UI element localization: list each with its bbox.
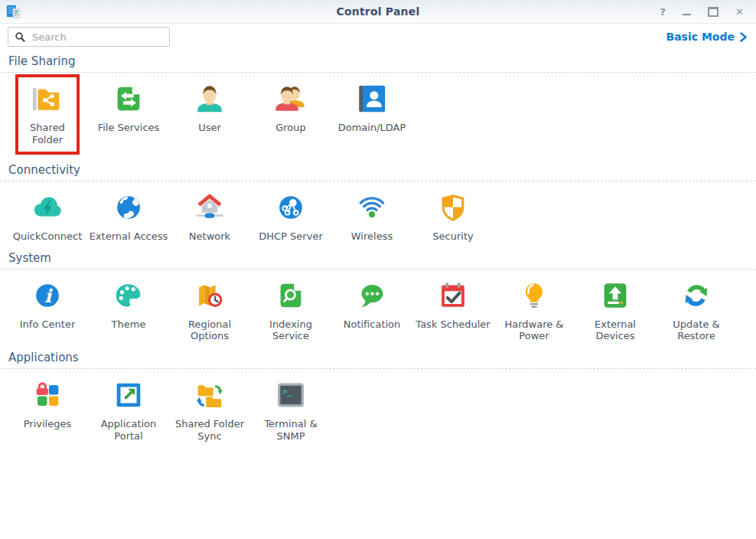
control-panel-item-file-services[interactable]: File Services (88, 81, 169, 134)
indexing-service-icon (273, 278, 308, 313)
search-box[interactable] (8, 27, 170, 47)
terminal-snmp-icon: >_ (273, 377, 308, 413)
control-panel-item-application-portal[interactable]: Application Portal (88, 377, 169, 443)
item-body: Regional Options (188, 278, 231, 343)
network-icon (192, 190, 227, 225)
control-panel-item-user[interactable]: User (169, 81, 250, 134)
section-items-row: PrivilegesApplication PortalShared Folde… (0, 369, 756, 446)
item-body: Indexing Service (269, 278, 312, 343)
section-items-row: Shared FolderFile ServicesUserGroupDomai… (0, 73, 756, 158)
item-body: File Services (98, 81, 160, 134)
domain-ldap-icon (354, 81, 389, 116)
control-panel-item-security[interactable]: Security (412, 190, 494, 243)
security-icon (435, 190, 471, 225)
item-body: Application Portal (101, 377, 157, 443)
sections: File SharingShared FolderFile ServicesUs… (0, 54, 756, 446)
section-items-row: iInfo CenterThemeRegional OptionsIndexin… (0, 270, 756, 347)
close-icon[interactable]: ✕ (735, 6, 744, 17)
item-body: QuickConnect (13, 190, 83, 243)
item-label: Wireless (351, 230, 393, 243)
item-label: Privileges (24, 418, 72, 430)
section-header: System (0, 251, 756, 270)
control-panel-item-quickconnect[interactable]: QuickConnect (7, 190, 88, 243)
control-panel-item-hardware-power[interactable]: Hardware & Power (494, 278, 575, 343)
search-input[interactable] (31, 31, 169, 44)
shared-folder-icon (30, 81, 65, 116)
section-connectivity: ConnectivityQuickConnectExternal AccessN… (0, 163, 756, 247)
control-panel-item-terminal-snmp[interactable]: >_Terminal & SNMP (250, 377, 331, 443)
minimize-icon[interactable] (683, 14, 691, 15)
item-body: Shared Folder Sync (175, 377, 244, 443)
control-panel-item-indexing-service[interactable]: Indexing Service (250, 278, 331, 343)
highlight-box: Shared Folder (15, 74, 80, 155)
maximize-icon[interactable] (708, 7, 719, 17)
notification-icon (354, 278, 389, 313)
item-label: Info Center (20, 318, 76, 331)
control-panel-item-update-restore[interactable]: Update & Restore (656, 278, 737, 343)
control-panel-item-domain-ldap[interactable]: Domain/LDAP (331, 81, 412, 134)
item-body: Privileges (24, 377, 72, 430)
section-system: SystemiInfo CenterThemeRegional OptionsI… (0, 251, 756, 347)
item-label: Domain/LDAP (338, 122, 406, 134)
application-portal-icon (111, 377, 146, 413)
dhcp-server-icon (273, 190, 308, 225)
item-body: iInfo Center (20, 278, 76, 331)
item-body: External Devices (595, 278, 636, 343)
titlebar: Control Panel ? ✕ (0, 0, 756, 24)
control-panel-item-shared-folder-sync[interactable]: Shared Folder Sync (169, 377, 250, 443)
item-label: Terminal & SNMP (264, 418, 317, 443)
quickconnect-icon (30, 190, 65, 225)
control-panel-item-dhcp-server[interactable]: DHCP Server (250, 190, 331, 243)
control-panel-item-notification[interactable]: Notification (331, 278, 412, 331)
regional-options-icon (192, 278, 227, 313)
control-panel-item-network[interactable]: Network (169, 190, 250, 243)
control-panel-item-regional-options[interactable]: Regional Options (169, 278, 250, 343)
control-panel-item-task-scheduler[interactable]: Task Scheduler (412, 278, 494, 331)
control-panel-window: Control Panel ? ✕ Basic Mode (0, 0, 756, 539)
control-panel-item-wireless[interactable]: Wireless (331, 190, 412, 243)
item-body: Security (432, 190, 473, 243)
item-body: Network (189, 190, 230, 243)
item-label: Group (275, 122, 306, 134)
basic-mode-link[interactable]: Basic Mode (666, 31, 748, 43)
file-services-icon (111, 81, 146, 116)
control-panel-item-info-center[interactable]: iInfo Center (7, 278, 88, 331)
window-title: Control Panel (0, 0, 756, 23)
item-body: >_Terminal & SNMP (264, 377, 317, 443)
item-label: User (198, 122, 221, 134)
external-devices-icon (598, 278, 633, 313)
control-panel-item-external-devices[interactable]: External Devices (575, 278, 656, 343)
control-panel-item-external-access[interactable]: External Access (88, 190, 169, 243)
item-body: User (192, 81, 227, 134)
item-label: External Access (90, 230, 168, 243)
control-panel-item-group[interactable]: Group (250, 81, 331, 134)
user-icon (192, 81, 227, 116)
hardware-power-icon (516, 278, 552, 313)
control-panel-item-shared-folder[interactable]: Shared Folder (7, 81, 88, 155)
item-label: External Devices (595, 318, 636, 343)
control-panel-item-privileges[interactable]: Privileges (7, 377, 88, 430)
item-label: DHCP Server (259, 230, 322, 243)
shared-folder-sync-icon (192, 377, 227, 413)
window-controls: ? ✕ (660, 6, 744, 17)
item-label: File Services (98, 122, 160, 134)
item-label: Regional Options (188, 318, 231, 343)
item-label: Security (432, 230, 473, 243)
item-label: Hardware & Power (504, 318, 563, 343)
basic-mode-label: Basic Mode (666, 31, 735, 43)
help-icon[interactable]: ? (660, 6, 666, 17)
control-panel-item-theme[interactable]: Theme (88, 278, 169, 331)
item-body: Notification (344, 278, 401, 331)
task-scheduler-icon (435, 278, 471, 313)
item-body: External Access (90, 190, 168, 243)
item-body: Wireless (351, 190, 393, 243)
item-label: Task Scheduler (415, 318, 490, 331)
item-label: QuickConnect (13, 230, 83, 243)
control-panel-app-icon (5, 3, 22, 20)
item-label: Network (189, 230, 230, 243)
group-icon (273, 81, 308, 116)
item-body: Group (273, 81, 308, 134)
wireless-icon (354, 190, 389, 225)
item-label: Indexing Service (269, 318, 312, 343)
section-header: Applications (0, 351, 756, 369)
